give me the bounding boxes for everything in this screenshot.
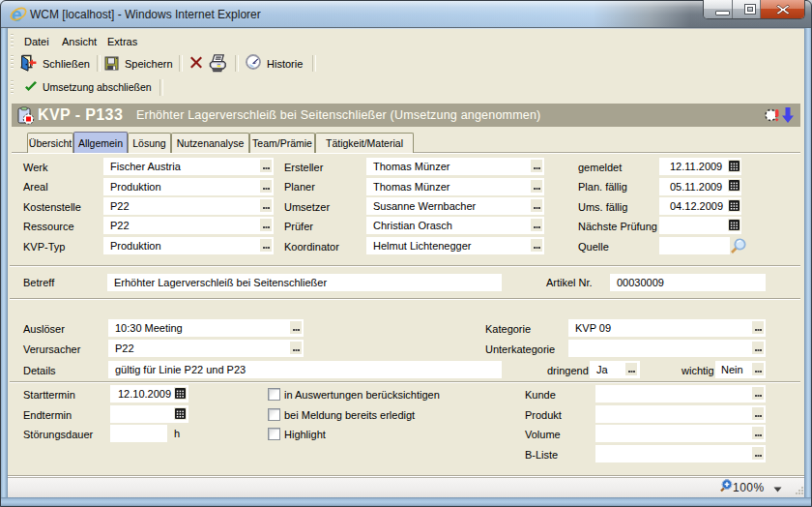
svg-text:e: e	[12, 4, 22, 24]
